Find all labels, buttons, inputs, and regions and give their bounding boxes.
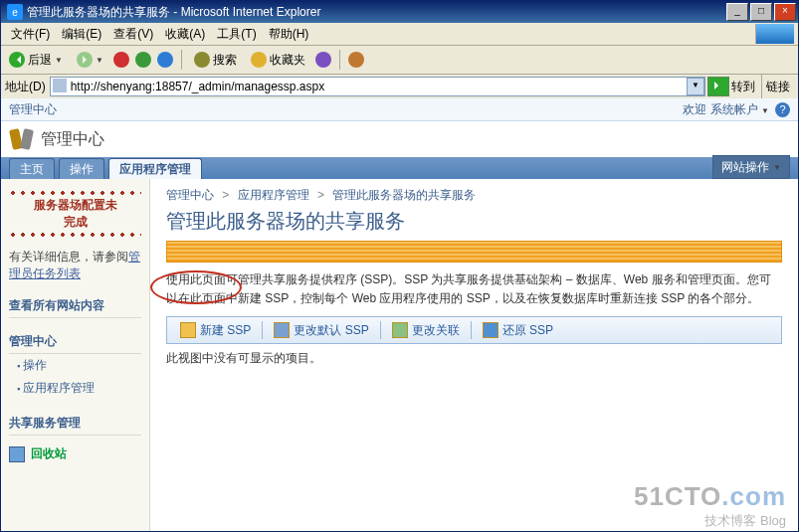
standard-toolbar: 后退 ▼ ▼ 搜索 收藏夹 [1, 46, 798, 75]
tab-home[interactable]: 主页 [9, 158, 55, 179]
refresh-button[interactable] [135, 52, 151, 68]
nav-header-ssp: 共享服务管理 [9, 412, 141, 436]
search-label: 搜索 [213, 52, 237, 69]
favorites-button[interactable]: 收藏夹 [247, 50, 309, 71]
star-icon [251, 52, 267, 68]
change-default-ssp-button[interactable]: 更改默认 SSP [269, 320, 373, 341]
breadcrumb-item[interactable]: 应用程序管理 [238, 188, 309, 202]
menu-edit[interactable]: 编辑(E) [56, 24, 107, 45]
link-icon [392, 322, 408, 338]
search-icon [194, 52, 210, 68]
browser-window: e 管理此服务器场的共享服务 - Microsoft Internet Expl… [0, 0, 799, 532]
forward-icon [77, 52, 93, 68]
go-label: 转到 [731, 79, 755, 95]
site-actions-menu[interactable]: 网站操作▼ [712, 155, 790, 179]
welcome-user[interactable]: 欢迎 系统帐户 ▼ [683, 101, 769, 118]
favorites-label: 收藏夹 [270, 52, 305, 69]
admin-logo-icon [11, 129, 35, 149]
ie-icon: e [7, 4, 23, 20]
site-title[interactable]: 管理中心 [41, 129, 104, 150]
breadcrumb-item[interactable]: 管理中心 [166, 188, 214, 202]
recycle-bin-icon [9, 446, 25, 462]
maximize-button[interactable]: □ [750, 3, 772, 21]
menubar: 文件(F) 编辑(E) 查看(V) 收藏(A) 工具(T) 帮助(H) [1, 23, 798, 46]
default-icon [274, 322, 290, 338]
menu-view[interactable]: 查看(V) [107, 24, 159, 45]
new-icon [180, 322, 196, 338]
restore-ssp-button[interactable]: 还原 SSP [478, 320, 558, 341]
watermark: 51CTO.com 技术博客 Blog [634, 481, 786, 530]
go-button[interactable] [707, 77, 729, 96]
page-header: 管理中心 [1, 121, 798, 157]
media-button[interactable] [315, 52, 331, 68]
home-button[interactable] [157, 52, 173, 68]
menu-tools[interactable]: 工具(T) [211, 24, 262, 45]
page-content: 管理中心 欢迎 系统帐户 ▼ ? 管理中心 主页 操作 应用程序管理 网站操作▼… [1, 98, 798, 531]
notification-bar [166, 241, 782, 263]
address-label: 地址(D) [5, 79, 46, 95]
window-title: 管理此服务器场的共享服务 - Microsoft Internet Explor… [27, 4, 726, 21]
global-nav: 管理中心 欢迎 系统帐户 ▼ ? [1, 98, 798, 121]
separator [380, 321, 381, 339]
titlebar: e 管理此服务器场的共享服务 - Microsoft Internet Expl… [1, 1, 798, 23]
menu-file[interactable]: 文件(F) [5, 24, 56, 45]
breadcrumb: 管理中心 > 应用程序管理 > 管理此服务器场的共享服务 [166, 185, 782, 206]
mail-button[interactable] [348, 52, 364, 68]
action-toolbar: 新建 SSP 更改默认 SSP 更改关联 还原 SS [166, 316, 782, 344]
empty-view-message: 此视图中没有可显示的项目。 [166, 350, 782, 367]
search-button[interactable]: 搜索 [190, 50, 241, 71]
change-association-button[interactable]: 更改关联 [387, 320, 465, 341]
back-label: 后退 [28, 52, 52, 69]
address-dropdown[interactable]: ▼ [687, 78, 704, 95]
tab-operations[interactable]: 操作 [59, 158, 104, 179]
separator [471, 321, 472, 339]
help-icon[interactable]: ? [775, 102, 790, 117]
nav-operations[interactable]: 操作 [9, 354, 141, 377]
links-bar[interactable]: 链接 [761, 75, 794, 98]
separator [339, 50, 340, 70]
farm-config-warning: 服务器场配置未 完成 [9, 185, 141, 243]
back-button[interactable]: 后退 ▼ [5, 50, 67, 71]
view-all-content-link[interactable]: 查看所有网站内容 [9, 294, 141, 318]
recycle-bin-link[interactable]: 回收站 [9, 445, 141, 462]
stop-button[interactable] [113, 52, 129, 68]
page-title: 管理此服务器场的共享服务 [166, 208, 782, 235]
minimize-button[interactable]: _ [726, 3, 748, 21]
page-icon [53, 79, 67, 92]
new-ssp-button[interactable]: 新建 SSP [175, 320, 256, 341]
address-bar: 地址(D) ▼ 转到 链接 [1, 75, 798, 99]
quick-launch: 服务器场配置未 完成 有关详细信息，请参阅管理员任务列表 查看所有网站内容 管理… [1, 179, 150, 531]
breadcrumb-item: 管理此服务器场的共享服务 [332, 188, 476, 202]
warning-note: 有关详细信息，请参阅管理员任务列表 [9, 249, 141, 282]
separator [181, 50, 182, 70]
separator [262, 321, 263, 339]
tab-app-management[interactable]: 应用程序管理 [108, 158, 202, 179]
back-icon [9, 52, 25, 68]
global-nav-left[interactable]: 管理中心 [9, 101, 683, 118]
nav-header-admin: 管理中心 [9, 330, 141, 354]
ie-throbber [755, 24, 794, 44]
main-content: 管理中心 > 应用程序管理 > 管理此服务器场的共享服务 管理此服务器场的共享服… [150, 179, 798, 531]
forward-button[interactable]: ▼ [73, 50, 107, 70]
tab-bar: 主页 操作 应用程序管理 网站操作▼ [1, 157, 798, 179]
menu-favorites[interactable]: 收藏(A) [159, 24, 211, 45]
menu-help[interactable]: 帮助(H) [263, 24, 315, 45]
close-button[interactable]: × [774, 3, 796, 21]
chevron-down-icon: ▼ [96, 56, 103, 65]
page-description: 使用此页面可管理共享服务提供程序 (SSP)。SSP 为共享服务提供基础架构 –… [166, 270, 782, 308]
restore-icon [483, 322, 499, 338]
address-input[interactable] [50, 77, 705, 96]
nav-app-management[interactable]: 应用程序管理 [9, 377, 141, 400]
chevron-down-icon: ▼ [55, 56, 63, 65]
